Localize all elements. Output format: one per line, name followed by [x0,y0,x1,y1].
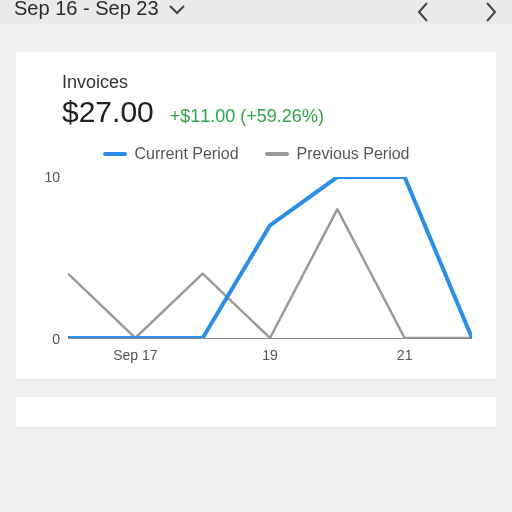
invoice-delta: +$11.00 (+59.26%) [170,106,324,127]
card-title: Invoices [36,72,476,93]
chart-plot [68,177,472,339]
legend-swatch-current [103,152,127,156]
invoices-chart: 10 0 Sep 17 19 21 [36,177,476,367]
date-nav-bar: Sep 16 - Sep 23 [0,0,512,24]
y-tick: 10 [44,169,60,185]
invoice-amount: $27.00 [62,95,154,129]
date-range-picker[interactable]: Sep 16 - Sep 23 [14,1,185,24]
legend-label-previous: Previous Period [297,145,410,163]
legend-previous: Previous Period [265,145,410,163]
chart-legend: Current Period Previous Period [36,145,476,163]
x-tick: Sep 17 [113,347,157,363]
caret-down-icon [169,5,185,15]
next-period-button[interactable] [484,2,498,22]
y-axis: 10 0 [36,177,64,339]
x-tick: 21 [397,347,413,363]
prev-period-button[interactable] [416,2,430,22]
legend-swatch-previous [265,152,289,156]
invoices-card: Invoices $27.00 +$11.00 (+59.26%) Curren… [16,52,496,379]
legend-current: Current Period [103,145,239,163]
date-range-label: Sep 16 - Sep 23 [14,0,159,20]
legend-label-current: Current Period [135,145,239,163]
x-tick: 19 [262,347,278,363]
x-axis: Sep 17 19 21 [68,343,472,367]
next-card-peek [16,397,496,427]
y-tick: 0 [52,331,60,347]
